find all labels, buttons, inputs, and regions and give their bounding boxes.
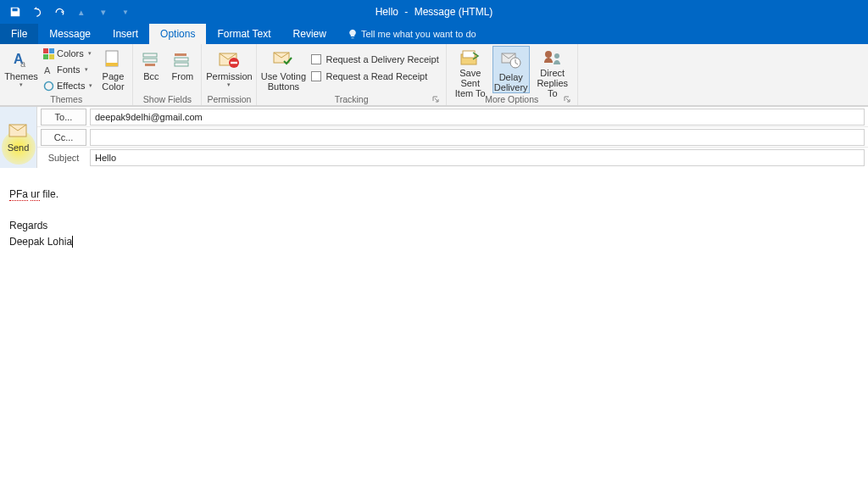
svg-rect-15 [175, 63, 188, 66]
svg-rect-14 [175, 58, 188, 61]
ribbon: Aa Themes ▾ Colors▾ A Fonts▾ Effects▾ [0, 44, 868, 106]
body-line-1: PFa ur file. [9, 187, 861, 203]
bulb-icon [348, 29, 358, 39]
qat-customize-icon[interactable]: ▼ [115, 2, 136, 22]
svg-rect-18 [231, 62, 237, 64]
bcc-button[interactable]: Bcc [136, 46, 165, 93]
checkbox-icon [311, 71, 321, 81]
cc-field[interactable] [90, 129, 865, 146]
svg-rect-2 [43, 48, 48, 53]
from-button[interactable]: From [167, 46, 198, 93]
tab-review[interactable]: Review [282, 24, 337, 44]
qat-prev-icon[interactable]: ▴ [71, 2, 92, 22]
checkbox-icon [311, 54, 321, 64]
effects-icon [43, 81, 54, 92]
effects-button[interactable]: Effects▾ [41, 78, 95, 93]
subject-field[interactable]: Hello [90, 149, 865, 166]
send-button[interactable]: Send [8, 139, 30, 153]
to-button[interactable]: To... [41, 109, 86, 126]
read-receipt-checkbox[interactable]: Request a Read Receipt [308, 68, 442, 84]
svg-text:A: A [44, 65, 51, 75]
dropdown-icon: ▾ [227, 81, 231, 88]
use-voting-button[interactable]: Use Voting Buttons [260, 46, 306, 93]
colors-label: Colors [57, 48, 84, 59]
svg-text:a: a [20, 59, 26, 69]
redo-icon[interactable] [49, 2, 70, 22]
group-tracking: Use Voting Buttons Request a Delivery Re… [257, 44, 446, 105]
doc-title: Hello [376, 6, 398, 18]
svg-rect-4 [43, 54, 48, 59]
dialog-launcher-icon[interactable] [563, 94, 573, 104]
qat-next-icon[interactable]: ▾ [93, 2, 114, 22]
app-title: Message (HTML) [415, 6, 493, 18]
compose-header: Send To... deepak9delhi@gmail.com Cc... … [0, 107, 868, 168]
signature-text: Deepak Lohia [9, 236, 72, 248]
colors-button[interactable]: Colors▾ [41, 46, 95, 61]
svg-rect-12 [145, 64, 155, 66]
themes-label: Themes [4, 71, 38, 81]
title-bar: ▴ ▾ ▼ Hello - Message (HTML) [0, 0, 868, 24]
tab-format-text[interactable]: Format Text [206, 24, 281, 44]
svg-rect-3 [49, 48, 54, 53]
undo-icon[interactable] [27, 2, 47, 22]
tab-options[interactable]: Options [149, 24, 206, 44]
voting-icon [270, 47, 297, 71]
tab-file[interactable]: File [0, 24, 38, 44]
subject-label: Subject [41, 153, 86, 163]
svg-rect-9 [106, 63, 118, 66]
direct-replies-button[interactable]: Direct Replies To [531, 46, 574, 93]
cc-row: Cc... [37, 127, 868, 148]
delay-delivery-icon [498, 48, 525, 72]
body-regards: Regards [9, 218, 861, 234]
delivery-receipt-checkbox[interactable]: Request a Delivery Receipt [308, 51, 442, 67]
cc-button[interactable]: Cc... [41, 129, 86, 146]
send-column: Send [0, 107, 37, 168]
tab-message[interactable]: Message [38, 24, 102, 44]
delay-delivery-button[interactable]: Delay Delivery [492, 46, 530, 93]
save-sent-button[interactable]: Save Sent Item To [450, 46, 491, 93]
save-sent-icon [457, 47, 484, 68]
to-row: To... deepak9delhi@gmail.com [37, 107, 868, 127]
send-label: Send [8, 142, 30, 153]
save-icon[interactable] [5, 2, 25, 22]
compose-area: Send To... deepak9delhi@gmail.com Cc... … [0, 106, 868, 256]
page-color-icon [99, 47, 126, 71]
dialog-launcher-icon[interactable] [431, 94, 442, 104]
group-themes: Aa Themes ▾ Colors▾ A Fonts▾ Effects▾ [0, 44, 133, 105]
page-color-button[interactable]: Page Color [97, 46, 129, 93]
effects-label: Effects [57, 81, 85, 91]
body-text: PFa [9, 188, 28, 201]
group-more-options: Save Sent Item To Delay Delivery Direct … [447, 44, 578, 105]
delay-delivery-label: Delay Delivery [494, 72, 528, 92]
fonts-label: Fonts [57, 64, 81, 75]
tab-insert[interactable]: Insert [102, 24, 149, 44]
page-color-label: Page Color [102, 71, 124, 92]
themes-icon: Aa [8, 47, 35, 71]
body-signature: Deepak Lohia [9, 234, 861, 250]
text-cursor-icon [72, 236, 73, 248]
more-options-group-label: More Options [485, 94, 538, 104]
tell-me-search[interactable]: Tell me what you want to do [337, 24, 476, 44]
delivery-receipt-label: Request a Delivery Receipt [326, 54, 438, 64]
send-envelope-icon [8, 122, 30, 139]
bcc-icon [137, 47, 164, 71]
svg-rect-11 [143, 59, 157, 62]
permission-button[interactable]: Permission ▾ [205, 46, 253, 93]
permission-label: Permission [206, 71, 252, 81]
message-body[interactable]: PFa ur file. Regards Deepak Lohia [0, 168, 868, 256]
show-fields-group-label: Show Fields [143, 94, 192, 104]
themes-group-label: Themes [50, 94, 82, 104]
fonts-button[interactable]: A Fonts▾ [41, 62, 95, 77]
body-text: ur [31, 188, 40, 201]
address-fields: To... deepak9delhi@gmail.com Cc... Subje… [37, 107, 868, 168]
body-text: file. [40, 188, 58, 200]
tracking-group-label: Tracking [335, 94, 369, 104]
to-field[interactable]: deepak9delhi@gmail.com [90, 109, 865, 126]
direct-replies-icon [539, 47, 566, 68]
bcc-label: Bcc [143, 71, 159, 81]
window-title: Hello - Message (HTML) [376, 6, 493, 18]
quick-access-toolbar: ▴ ▾ ▼ [0, 2, 136, 22]
themes-button[interactable]: Aa Themes ▾ [3, 46, 39, 93]
dropdown-icon: ▾ [19, 81, 23, 88]
fonts-icon: A [43, 64, 54, 75]
